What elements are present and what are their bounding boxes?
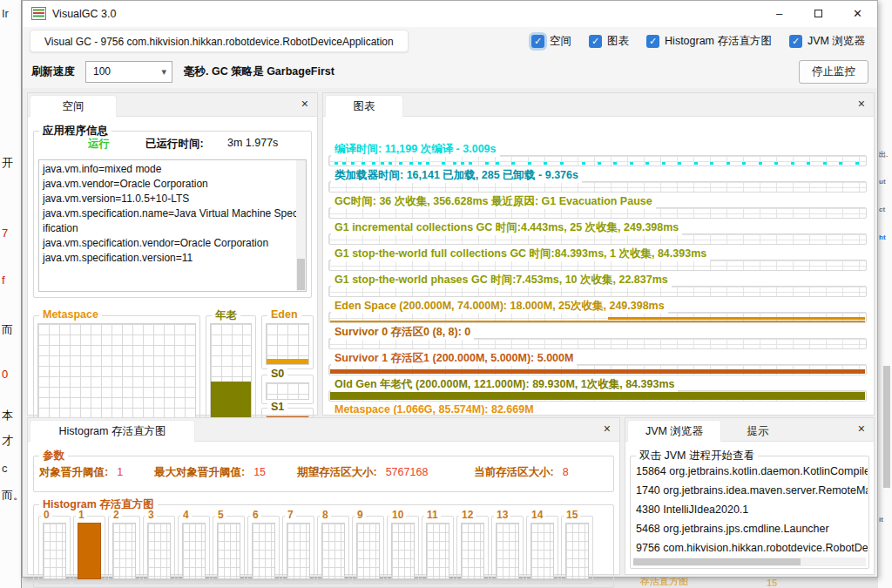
jvm-process-item[interactable]: 5468 org.jetbrains.jps.cmdline.Launcher bbox=[636, 519, 868, 538]
panel-toggle-图表[interactable]: ✓图表 bbox=[589, 34, 629, 49]
jvm-process-item[interactable]: 15864 org.jetbrains.kotlin.daemon.Kotlin… bbox=[636, 462, 868, 481]
vm-property-line: java.vm.specification.version=11 bbox=[43, 251, 294, 266]
histogram-bin-grid bbox=[147, 523, 171, 579]
strip-tick bbox=[351, 162, 355, 165]
background-text-fragment: ut bbox=[879, 178, 886, 186]
histogram-bin-label: 11 bbox=[424, 509, 441, 521]
histogram-bin-label: 12 bbox=[459, 509, 476, 521]
combo-dropdown-arrow[interactable]: ▾ bbox=[161, 62, 166, 82]
panel-toggle-Histogram 存活直方图[interactable]: ✓Histogram 存活直方图 bbox=[646, 34, 772, 49]
background-text-fragment: 才 bbox=[2, 433, 13, 449]
checkbox-checked-icon[interactable]: ✓ bbox=[531, 35, 544, 48]
stop-monitor-button[interactable]: 停止监控 bbox=[799, 60, 868, 84]
strip-tick bbox=[598, 162, 601, 165]
background-scrollbar-thumb[interactable] bbox=[883, 366, 890, 488]
chart-row-label: Old Gen 年老代 (200.000M, 121.000M): 89.930… bbox=[331, 377, 678, 392]
background-text-fragment: 而。 bbox=[2, 488, 22, 504]
param-pair: 期望存活区大小:5767168 bbox=[297, 465, 428, 480]
histogram-bin-label: 14 bbox=[529, 509, 545, 521]
histogram-bin-grid bbox=[182, 523, 206, 579]
histogram-bin-label: 3 bbox=[145, 509, 157, 521]
vm-property-line: java.vm.vendor=Oracle Corporation bbox=[43, 177, 294, 192]
old-gen-space-box: 年老 bbox=[206, 315, 256, 434]
vm-properties-box[interactable]: java.vm.info=mixed modejava.vm.vendor=Or… bbox=[38, 159, 307, 292]
background-text-fragment: 15 bbox=[767, 578, 777, 588]
params-group-title: 参数 bbox=[39, 449, 68, 463]
close-button[interactable]: ✕ bbox=[838, 1, 877, 27]
refresh-rate-combobox[interactable]: 100 ▾ bbox=[85, 61, 172, 83]
strip-tick bbox=[426, 162, 429, 165]
histogram-bin-grid bbox=[252, 523, 275, 579]
checkbox-label: JVM 浏览器 bbox=[808, 34, 865, 49]
param-value: 1 bbox=[117, 466, 123, 478]
background-text-fragment: 出. bbox=[879, 150, 888, 159]
charts-panel-close-icon[interactable]: × bbox=[858, 97, 865, 111]
uptime-value: 3m 1.977s bbox=[227, 137, 278, 149]
session-tab[interactable]: Visual GC - 9756 com.hikvision.hikkan.ro… bbox=[30, 30, 409, 52]
strip-tick bbox=[742, 162, 746, 165]
tab-space[interactable]: 空间 bbox=[30, 95, 117, 117]
tab-charts[interactable]: 图表 bbox=[325, 95, 403, 117]
strip-tick bbox=[409, 162, 413, 165]
background-window-right: 出.utcthtit bbox=[878, 0, 892, 588]
strip-tick bbox=[726, 162, 730, 165]
strip-tick bbox=[485, 162, 489, 165]
jvm-panel-close-icon[interactable]: × bbox=[858, 422, 865, 436]
chart-row-9: Old Gen 年老代 (200.000M, 121.000M): 89.930… bbox=[328, 390, 867, 402]
chart-rows: 编译时间: 11,199 次编译 - 3.009s类加载器时间: 16,141 … bbox=[323, 140, 874, 415]
jvm-process-item[interactable]: 4380 IntelliJIdea2020.1 bbox=[636, 500, 868, 519]
histogram-bin-label: 10 bbox=[389, 509, 406, 521]
background-text-fragment: c bbox=[2, 462, 8, 475]
jvm-process-item[interactable]: 1740 org.jetbrains.idea.maven.server.Rem… bbox=[636, 481, 868, 500]
maximize-button[interactable] bbox=[799, 1, 838, 27]
panel-toggle-JVM 浏览器[interactable]: ✓JVM 浏览器 bbox=[789, 34, 865, 49]
main-area: 空间 × 应用程序信息 运行 已运行时间: 3m 1.977s java.vm.… bbox=[23, 88, 877, 577]
eden-space-box: Eden bbox=[261, 315, 314, 369]
vm-property-line: ification bbox=[43, 221, 294, 236]
charts-panel-header: 图表 × bbox=[323, 93, 874, 117]
strip-tick bbox=[560, 162, 564, 165]
param-label: 对象晋升阈值: bbox=[39, 466, 108, 478]
strip-tick bbox=[582, 162, 585, 165]
window-title: VisualGC 3.0 bbox=[52, 1, 116, 27]
space-panel-close-icon[interactable]: × bbox=[301, 97, 308, 111]
tab-histogram[interactable]: Histogram 存活直方图 bbox=[30, 420, 195, 442]
checkbox-checked-icon[interactable]: ✓ bbox=[646, 35, 659, 48]
eden-fill-bar bbox=[267, 359, 308, 364]
tab-tips[interactable]: 提示 bbox=[723, 420, 793, 442]
space-panel: 空间 × 应用程序信息 运行 已运行时间: 3m 1.977s java.vm.… bbox=[27, 92, 318, 416]
jvm-list-hscrollbar[interactable] bbox=[633, 558, 866, 566]
histogram-bin-grid bbox=[43, 523, 66, 579]
panel-toggle-空间[interactable]: ✓空间 bbox=[531, 34, 571, 49]
checkbox-checked-icon[interactable]: ✓ bbox=[789, 35, 802, 48]
histogram-bin-grid bbox=[565, 523, 589, 579]
space-panel-body: 应用程序信息 运行 已运行时间: 3m 1.977s java.vm.info=… bbox=[28, 117, 317, 415]
histogram-bin-label: 13 bbox=[494, 509, 510, 521]
strip-tick bbox=[759, 162, 762, 165]
minimize-button[interactable]: – bbox=[760, 1, 799, 27]
scrollbar-thumb[interactable] bbox=[297, 259, 305, 290]
checkbox-checked-icon[interactable]: ✓ bbox=[589, 35, 602, 48]
histogram-bin-grid bbox=[496, 523, 519, 579]
chart-row-label: 编译时间: 11,199 次编译 - 3.009s bbox=[331, 142, 500, 157]
eden-grid bbox=[266, 323, 309, 365]
strip-tick bbox=[334, 162, 338, 165]
strip-tick bbox=[694, 162, 698, 165]
histogram-bin-label: 6 bbox=[250, 509, 261, 521]
chart-row-4: G1 stop-the-world full collections GC 时间… bbox=[328, 260, 867, 271]
tab-jvm-browser[interactable]: JVM 浏览器 bbox=[627, 420, 721, 442]
strip-tick bbox=[496, 162, 499, 165]
window-controls: – ✕ bbox=[760, 1, 877, 27]
hscrollbar-thumb[interactable] bbox=[633, 558, 801, 565]
refresh-rate-value: 100 bbox=[93, 65, 111, 78]
jvm-process-item[interactable]: 9756 com.hikvision.hikkan.robotdevice.Ro… bbox=[636, 538, 868, 558]
strip-tick bbox=[613, 162, 617, 165]
histogram-bin-3: 3 bbox=[143, 516, 175, 584]
status-line: 运行 已运行时间: 3m 1.977s bbox=[34, 137, 311, 154]
histogram-bin-6: 6 bbox=[247, 516, 280, 584]
vm-properties-scrollbar[interactable] bbox=[296, 160, 306, 291]
param-value: 8 bbox=[563, 466, 569, 478]
histogram-panel-close-icon[interactable]: × bbox=[604, 422, 611, 436]
strip-tick bbox=[807, 162, 810, 165]
param-label: 期望存活区大小: bbox=[297, 466, 377, 478]
